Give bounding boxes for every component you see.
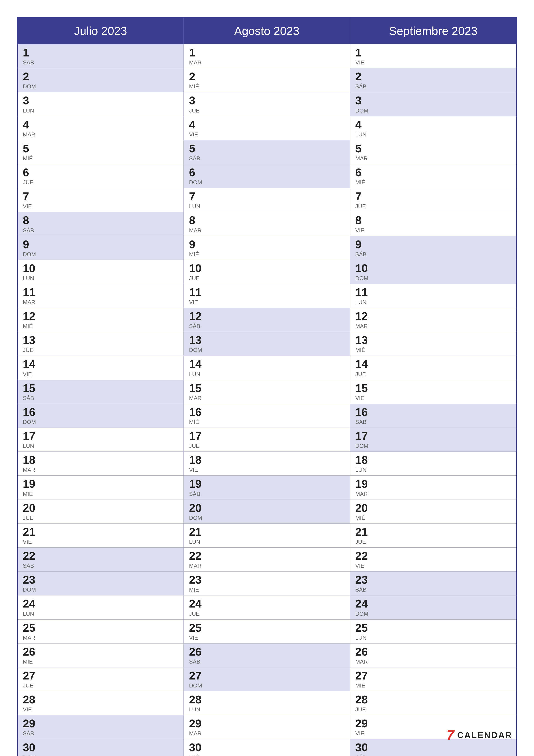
day-name: LUN: [23, 107, 178, 114]
day-row: 2MIÉ: [184, 68, 350, 92]
day-name: MIÉ: [189, 251, 344, 258]
day-number: 25: [355, 622, 511, 634]
day-name: MIÉ: [355, 179, 511, 186]
day-row: 7VIE: [18, 188, 184, 212]
day-number: 20: [23, 502, 178, 514]
day-name: SÁB: [355, 754, 511, 756]
day-number: 2: [355, 70, 511, 83]
day-name: SÁB: [355, 419, 511, 425]
day-row: 8SÁB: [18, 212, 184, 236]
day-name: MAR: [23, 634, 178, 641]
day-name: MAR: [189, 227, 344, 234]
day-number: 26: [23, 646, 178, 658]
day-row: 24LUN: [18, 595, 184, 619]
day-row: 26SÁB: [184, 643, 350, 667]
day-row: 6DOM: [184, 164, 350, 188]
day-row: 27JUE: [18, 667, 184, 691]
day-name: DOM: [23, 586, 178, 593]
day-number: 15: [189, 382, 344, 394]
day-row: 23DOM: [18, 572, 184, 595]
day-row: 26MIÉ: [18, 643, 184, 667]
day-name: MIÉ: [23, 323, 178, 330]
day-number: 28: [189, 693, 344, 706]
day-number: 2: [189, 70, 344, 83]
day-row: 3DOM: [350, 92, 516, 116]
day-number: 13: [355, 334, 511, 346]
day-number: 23: [23, 574, 178, 586]
day-name: LUN: [23, 610, 178, 617]
day-number: 13: [189, 334, 344, 346]
day-row: 2DOM: [18, 68, 184, 92]
day-row: 8VIE: [350, 212, 516, 236]
day-row: 18LUN: [350, 452, 516, 475]
day-row: 28VIE: [18, 691, 184, 715]
month-col-1: 1MAR2MIÉ3JUE4VIE5SÁB6DOM7LUN8MAR9MIÉ10JU…: [184, 44, 350, 756]
day-number: 26: [189, 646, 344, 658]
day-number: 26: [355, 646, 511, 658]
day-name: VIE: [189, 467, 344, 473]
day-row: 6JUE: [18, 164, 184, 188]
day-name: MIÉ: [189, 83, 344, 90]
day-name: SÁB: [189, 491, 344, 498]
day-row: 11MAR: [18, 284, 184, 308]
day-row: 4VIE: [184, 116, 350, 140]
day-row: 12MAR: [350, 308, 516, 332]
day-number: 12: [355, 310, 511, 322]
day-row: 5SÁB: [184, 140, 350, 164]
day-number: 6: [189, 166, 344, 179]
day-number: 24: [23, 598, 178, 610]
day-name: MAR: [189, 395, 344, 401]
day-name: JUE: [189, 107, 344, 114]
day-name: LUN: [189, 371, 344, 378]
month-col-2: 1VIE2SÁB3DOM4LUN5MAR6MIÉ7JUE8VIE9SÁB10DO…: [350, 44, 516, 756]
day-name: LUN: [189, 539, 344, 545]
day-name: DOM: [189, 515, 344, 521]
day-number: 1: [189, 46, 344, 59]
day-name: MIÉ: [355, 515, 511, 521]
day-row: 16MIÉ: [184, 404, 350, 428]
day-number: 17: [23, 430, 178, 442]
day-row: 6MIÉ: [350, 164, 516, 188]
day-number: 7: [23, 190, 178, 202]
day-number: 19: [23, 478, 178, 490]
day-number: 11: [189, 286, 344, 298]
day-row: 9MIÉ: [184, 236, 350, 260]
day-number: 18: [355, 454, 511, 466]
day-row: 19SÁB: [184, 475, 350, 500]
day-number: 21: [23, 526, 178, 538]
day-name: JUE: [189, 443, 344, 449]
day-row: 23MIÉ: [184, 572, 350, 595]
day-name: SÁB: [23, 395, 178, 401]
day-number: 5: [189, 143, 344, 155]
day-number: 5: [355, 143, 511, 155]
day-name: MIÉ: [189, 586, 344, 593]
day-number: 16: [23, 406, 178, 418]
day-name: SÁB: [189, 659, 344, 665]
day-row: 1VIE: [350, 44, 516, 68]
day-number: 3: [355, 94, 511, 107]
day-row: 25MAR: [18, 620, 184, 643]
day-name: MAR: [23, 299, 178, 306]
day-name: JUE: [23, 682, 178, 689]
day-number: 10: [189, 262, 344, 275]
day-number: 25: [23, 622, 178, 634]
day-name: LUN: [355, 131, 511, 138]
day-number: 19: [189, 478, 344, 490]
day-number: 1: [355, 46, 511, 59]
day-row: 30DOM: [18, 739, 184, 756]
day-name: JUE: [23, 515, 178, 521]
day-row: 22MAR: [184, 548, 350, 572]
day-row: 4MAR: [18, 116, 184, 140]
day-number: 27: [23, 670, 178, 682]
day-name: SÁB: [355, 83, 511, 90]
day-number: 7: [355, 190, 511, 202]
day-number: 21: [355, 526, 511, 538]
day-row: 24DOM: [350, 595, 516, 619]
day-number: 27: [189, 670, 344, 682]
day-number: 5: [23, 143, 178, 155]
day-name: LUN: [189, 203, 344, 210]
day-name: DOM: [355, 275, 511, 282]
day-row: 9DOM: [18, 236, 184, 260]
day-row: 5MIÉ: [18, 140, 184, 164]
day-number: 24: [355, 598, 511, 610]
